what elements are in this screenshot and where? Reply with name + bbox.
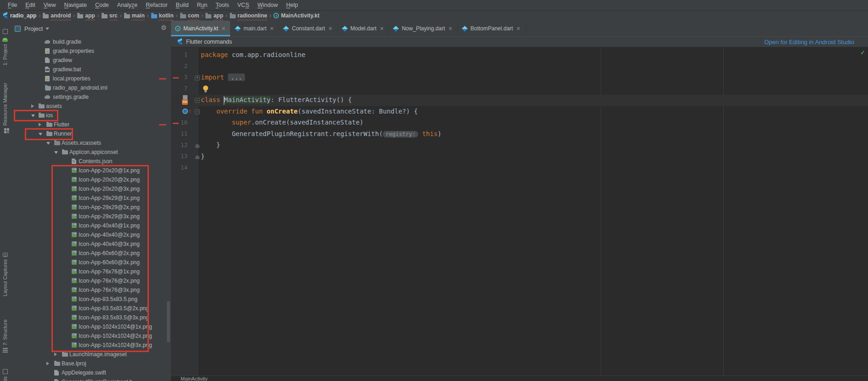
- tab-constant-dart[interactable]: Constant.dart✕: [279, 21, 337, 36]
- tab-bottompanel-dart[interactable]: BottomPanel.dart✕: [458, 21, 526, 36]
- expand-arrow-icon[interactable]: [31, 104, 34, 108]
- code-line-3[interactable]: 3+import ...: [171, 72, 868, 84]
- intention-bulb-icon[interactable]: [203, 85, 208, 91]
- tree-item-settings-gradle[interactable]: settings.gradle: [10, 92, 171, 102]
- fold-toggle-icon[interactable]: −: [195, 98, 200, 103]
- breadcrumb-app[interactable]: app: [77, 12, 95, 19]
- menu-file[interactable]: File: [4, 2, 21, 8]
- close-icon[interactable]: ✕: [328, 26, 332, 31]
- chevron-down-icon[interactable]: [45, 28, 49, 30]
- gear-icon[interactable]: ⚙: [161, 24, 167, 31]
- tree-scrollbar[interactable]: [167, 301, 170, 342]
- tree-item-gradlew[interactable]: gradlew: [10, 56, 171, 65]
- code-line-8[interactable]: 8−<>class MainActivity: FlutterActivity(…: [171, 95, 868, 106]
- kotlin-class-icon[interactable]: <>: [182, 99, 188, 105]
- code-line-1[interactable]: 1package com.app.radioonline: [171, 50, 868, 61]
- tool-button-resource-manager[interactable]: Resource Manager: [0, 83, 10, 131]
- collapse-arrow-icon[interactable]: [46, 142, 50, 145]
- tree-item-label: radio_app_android.iml: [53, 85, 108, 91]
- tree-item-appicon-appiconset[interactable]: AppIcon.appiconset: [10, 148, 171, 157]
- collapse-arrow-icon[interactable]: [54, 151, 58, 154]
- code-line-9[interactable]: 9−↑ override fun onCreate(savedInstanceS…: [171, 106, 868, 118]
- code-line-2[interactable]: 2: [171, 61, 868, 73]
- props-icon: [45, 76, 50, 81]
- related-file-icon[interactable]: [183, 95, 187, 99]
- breadcrumb-label: MainActivity.kt: [281, 12, 319, 19]
- breadcrumb-app[interactable]: app: [205, 12, 223, 19]
- menu-run[interactable]: Run: [193, 2, 211, 8]
- menu-build[interactable]: Build: [172, 2, 193, 8]
- expand-arrow-icon[interactable]: [46, 362, 49, 365]
- close-icon[interactable]: ✕: [516, 26, 520, 31]
- menu-analyze[interactable]: Analyze: [113, 2, 142, 8]
- inspections-ok-icon[interactable]: ✓: [860, 49, 865, 56]
- tree-item-base-lproj[interactable]: Base.lproj: [10, 359, 171, 368]
- breadcrumb-radioonline[interactable]: radioonline: [230, 12, 267, 19]
- breadcrumb-radio-app[interactable]: radio_app: [3, 12, 36, 19]
- menu-navigate[interactable]: Navigate: [60, 2, 91, 8]
- breadcrumb-mainactivity-kt[interactable]: MainActivity.kt: [273, 12, 319, 19]
- tool-button-build-variants[interactable]: Build Variants: [0, 369, 10, 381]
- menu-refactor[interactable]: Refactor: [142, 2, 171, 8]
- tree-item-gradle-properties[interactable]: gradle.properties: [10, 46, 171, 56]
- code-line-14[interactable]: 14: [171, 163, 868, 174]
- menu-code[interactable]: Code: [91, 2, 113, 8]
- fold-toggle-icon[interactable]: +: [195, 75, 200, 80]
- tool-button-structure[interactable]: 7: Structure: [0, 319, 10, 353]
- tree-item-label: assets: [46, 103, 62, 109]
- menu-edit[interactable]: Edit: [21, 2, 40, 8]
- breadcrumb-com[interactable]: com: [180, 12, 199, 19]
- tab-model-dart[interactable]: Model.dart✕: [338, 21, 389, 36]
- tree-item-flutter[interactable]: Flutter: [10, 120, 171, 129]
- menu-vcs[interactable]: VCS: [233, 2, 254, 8]
- breadcrumb-src[interactable]: src: [102, 12, 118, 19]
- project-panel-title[interactable]: Project: [24, 25, 43, 32]
- menu-view[interactable]: View: [40, 2, 60, 8]
- tree-item-generatedpluginregistrant-h[interactable]: GeneratedPluginRegistrant.h: [10, 377, 171, 381]
- breadcrumb-separator: ›: [226, 12, 227, 19]
- menu-window[interactable]: Window: [253, 2, 282, 8]
- tab-mainactivity-kt[interactable]: MainActivity.kt✕: [171, 21, 231, 36]
- tree-item-build-gradle[interactable]: build.gradle: [10, 37, 171, 46]
- fold-toggle-icon[interactable]: −: [195, 109, 200, 114]
- code-line-11[interactable]: 11 GeneratedPluginRegistrant.registerWit…: [171, 129, 868, 140]
- tree-item-appdelegate-swift[interactable]: AppDelegate.swift: [10, 368, 171, 377]
- code-line-13[interactable]: 13}: [171, 151, 868, 163]
- close-icon[interactable]: ✕: [380, 26, 384, 31]
- expand-arrow-icon[interactable]: [39, 123, 41, 126]
- tree-item-assets[interactable]: assets: [10, 102, 171, 111]
- code-token: ): [437, 130, 441, 137]
- overrides-method-icon[interactable]: [182, 108, 188, 114]
- breadcrumb: radio_app›android›app›src›main›kotlin›co…: [3, 11, 319, 21]
- breadcrumb-android[interactable]: android: [43, 12, 71, 19]
- dart-file-icon: [393, 26, 399, 32]
- breadcrumb-main[interactable]: main: [124, 12, 145, 19]
- tree-item-radio-app-android-iml[interactable]: radio_app_android.iml: [10, 83, 171, 92]
- code-line-7[interactable]: 7: [171, 84, 868, 95]
- tab-main-dart[interactable]: main.dart✕: [231, 21, 279, 36]
- tool-button-project[interactable]: 1: Project: [0, 29, 10, 65]
- editor-breadcrumb[interactable]: MainActivity: [181, 376, 208, 381]
- fold-end-icon: [195, 144, 199, 148]
- close-icon[interactable]: ✕: [448, 26, 453, 31]
- code-token: com.app.radioonline: [228, 51, 306, 58]
- code-line-12[interactable]: 12 }: [171, 140, 868, 152]
- folder-icon: [39, 103, 45, 109]
- tree-item-gradlew-bat[interactable]: gradlew.bat: [10, 65, 171, 74]
- close-icon[interactable]: ✕: [221, 26, 226, 31]
- expand-arrow-icon[interactable]: [54, 353, 57, 356]
- tool-button-label: Build Variants: [2, 376, 8, 381]
- tool-button-layout-captures[interactable]: Layout Captures: [0, 253, 10, 296]
- flutter-icon: [3, 12, 8, 19]
- menu-help[interactable]: Help: [282, 2, 302, 8]
- code-editor[interactable]: 1package com.app.radioonline23+import ..…: [171, 47, 868, 375]
- code-line-10[interactable]: 10 super.onCreate(savedInstanceState): [171, 118, 868, 129]
- breadcrumb-kotlin[interactable]: kotlin: [151, 12, 174, 19]
- close-icon[interactable]: ✕: [270, 26, 274, 31]
- menu-tools[interactable]: Tools: [211, 2, 233, 8]
- open-in-android-studio-link[interactable]: Open for Editing in Android Studio: [764, 39, 854, 45]
- tree-item-contents-json[interactable]: Contents.json: [10, 157, 171, 166]
- tree-item-local-properties[interactable]: local.properties: [10, 74, 171, 83]
- tab-now-playing-dart[interactable]: Now_Playing.dart✕: [389, 21, 457, 36]
- iml-icon: [45, 86, 51, 90]
